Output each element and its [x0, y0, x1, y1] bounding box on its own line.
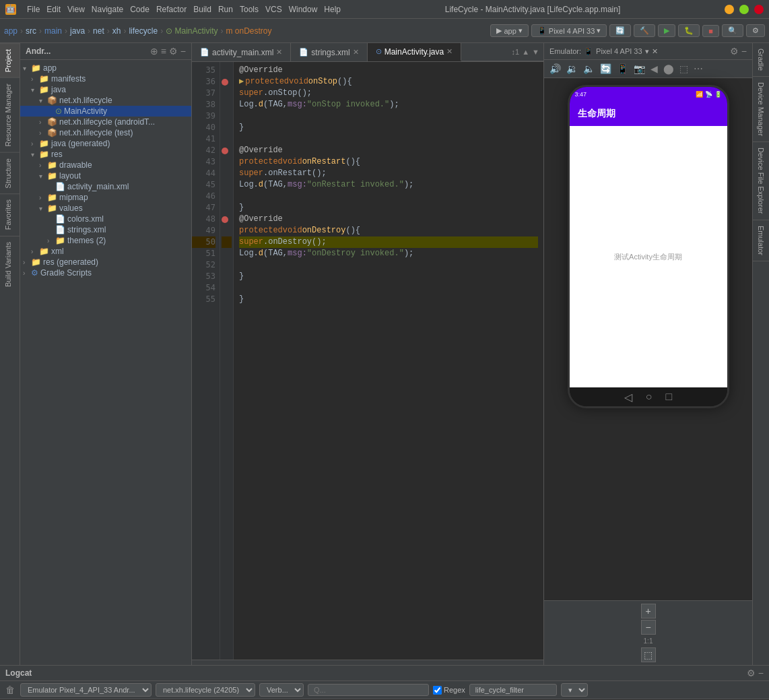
emulator-settings-btn[interactable]: ⚙ [730, 46, 739, 57]
logcat-minimize-btn[interactable]: − [758, 668, 764, 678]
device-dropdown-arrow[interactable]: ▾ [645, 47, 649, 56]
menu-refactor[interactable]: Refactor [156, 5, 187, 14]
project-settings-button[interactable]: ⚙ [169, 46, 178, 57]
tab-activity-xml[interactable]: 📄 activity_main.xml ✕ [192, 43, 291, 61]
tree-item-values[interactable]: ▾ 📁 values [20, 203, 191, 214]
emu-vol-down-btn[interactable]: 🔉 [565, 62, 579, 75]
breadcrumb-mainactivity[interactable]: ⊙ MainActivity [166, 26, 218, 36]
tree-item-package[interactable]: ▾ 📦 net.xh.lifecycle [20, 95, 191, 106]
tab-mainactivity-java[interactable]: ⊙ MainActivity.java ✕ [368, 43, 461, 61]
sync-project-button[interactable]: ⊕ [150, 46, 158, 57]
project-minimize-button[interactable]: − [180, 46, 186, 57]
tree-item-res-gen[interactable]: › 📁 res (generated) [20, 257, 191, 267]
debug-button[interactable]: 🐛 [678, 24, 700, 37]
settings-button[interactable]: ⚙ [746, 24, 765, 37]
tree-item-mipmap[interactable]: › 📁 mipmap [20, 192, 191, 203]
code-editor[interactable]: @Override ▶ protected void onStop(){ sup… [234, 62, 543, 660]
emu-fold-btn[interactable]: 📱 [615, 62, 630, 75]
logcat-search-input[interactable] [308, 684, 429, 696]
sidebar-tab-favorites[interactable]: Favorites [0, 193, 20, 235]
maximize-button[interactable] [739, 5, 749, 14]
emu-more-btn[interactable]: ⋯ [692, 62, 704, 75]
device-settings-btn[interactable]: ✕ [652, 47, 658, 56]
emu-back-btn[interactable]: ◀ [649, 62, 659, 75]
run-button[interactable]: ▶ [658, 24, 675, 37]
close-button[interactable] [754, 5, 764, 14]
menu-navigate[interactable]: Navigate [92, 5, 123, 14]
build-button[interactable]: 🔨 [634, 24, 655, 37]
zoom-out-btn[interactable]: − [641, 620, 656, 635]
emu-screenshot-btn[interactable]: 📷 [632, 62, 646, 75]
sidebar-tab-emulator[interactable]: Emulator [753, 220, 769, 261]
tree-item-res[interactable]: ▾ 📁 res [20, 149, 191, 160]
home-nav-btn[interactable]: ○ [646, 391, 653, 403]
tab-close-strings-xml[interactable]: ✕ [353, 48, 359, 57]
sidebar-tab-project[interactable]: Project [0, 43, 20, 77]
regex-checkbox[interactable] [433, 686, 442, 695]
logcat-settings-btn[interactable]: ⚙ [747, 668, 756, 678]
tree-item-manifests[interactable]: › 📁 manifests [20, 73, 191, 84]
emulator-minimize-btn[interactable]: − [741, 46, 747, 57]
tab-close-activity-xml[interactable]: ✕ [276, 48, 282, 57]
menu-build[interactable]: Build [193, 5, 211, 14]
logcat-filter-input[interactable] [469, 684, 557, 696]
zoom-in-btn[interactable]: + [641, 604, 656, 618]
emu-rotate-btn[interactable]: 🔄 [599, 62, 613, 75]
menu-code[interactable]: Code [130, 5, 149, 14]
menu-window[interactable]: Window [289, 5, 318, 14]
tree-item-java-gen[interactable]: › 📁 java (generated) [20, 138, 191, 149]
breadcrumb-lifecycle[interactable]: lifecycle [129, 26, 158, 36]
menu-file[interactable]: File [27, 5, 40, 14]
breadcrumb-src[interactable]: src [26, 26, 36, 36]
search-button[interactable]: 🔍 [722, 24, 743, 37]
horizontal-scrollbar[interactable] [192, 660, 543, 665]
logcat-level-select[interactable]: Verb... [259, 683, 304, 697]
menu-tools[interactable]: Tools [240, 5, 259, 14]
tree-item-xml[interactable]: › 📁 xml [20, 246, 191, 257]
logcat-device-select[interactable]: Emulator Pixel_4_API_33 Andr... [20, 683, 152, 697]
breadcrumb-java[interactable]: java [70, 26, 85, 36]
breadcrumb-net[interactable]: net [93, 26, 104, 36]
tree-item-gradle[interactable]: › ⚙ Gradle Scripts [20, 267, 191, 278]
breadcrumb-method[interactable]: m onDestroy [226, 26, 271, 36]
scroll-up-btn[interactable]: ▲ [522, 48, 529, 56]
scroll-down-btn[interactable]: ▼ [532, 48, 539, 56]
breakpoint-48[interactable] [222, 216, 228, 223]
breadcrumb-app[interactable]: app [4, 26, 18, 36]
sidebar-tab-gradle[interactable]: Gradle [753, 43, 769, 77]
fit-btn[interactable]: ⬚ [641, 647, 656, 662]
tree-item-colors[interactable]: 📄 colors.xml [20, 214, 191, 224]
tab-close-mainactivity[interactable]: ✕ [446, 47, 453, 56]
menu-bar[interactable]: File Edit View Navigate Code Refactor Bu… [27, 5, 341, 14]
window-controls[interactable] [725, 5, 764, 14]
tab-strings-xml[interactable]: 📄 strings.xml ✕ [291, 43, 367, 61]
minimize-button[interactable] [725, 5, 734, 14]
tree-item-mainactivity[interactable]: ⊙ MainActivity [20, 106, 191, 117]
sidebar-tab-resource[interactable]: Resource Manager [0, 77, 20, 152]
tree-item-app[interactable]: ▾ 📁 app [20, 63, 191, 73]
sync-button[interactable]: 🔄 [609, 24, 631, 37]
emu-vol-up-btn[interactable]: 🔈 [582, 62, 596, 75]
emu-overview-btn[interactable]: ⬚ [678, 62, 690, 75]
emu-power-btn[interactable]: 🔊 [548, 62, 562, 75]
tree-item-layout[interactable]: ▾ 📁 layout [20, 170, 191, 181]
logcat-package-select[interactable]: net.xh.lifecycle (24205) [156, 683, 255, 697]
tree-item-themes[interactable]: › 📁 themes (2) [20, 235, 191, 246]
menu-help[interactable]: Help [324, 5, 341, 14]
logcat-filter-dropdown[interactable]: ▾ [561, 683, 588, 697]
breakpoint-42[interactable] [222, 148, 228, 154]
device-button[interactable]: 📱 Pixel 4 API 33 ▾ [531, 24, 607, 37]
stop-button[interactable]: ■ [702, 25, 719, 37]
tree-item-activity-xml[interactable]: 📄 activity_main.xml [20, 181, 191, 192]
sidebar-tab-structure[interactable]: Structure [0, 152, 20, 194]
tree-item-strings[interactable]: 📄 strings.xml [20, 224, 191, 235]
menu-edit[interactable]: Edit [46, 5, 61, 14]
overview-nav-btn[interactable]: □ [666, 391, 673, 403]
logcat-clear-btn[interactable]: 🗑 [4, 683, 16, 697]
run-config-button[interactable]: ▶ app ▾ [490, 24, 528, 37]
breadcrumb-main[interactable]: main [44, 26, 62, 36]
sidebar-tab-build-variants[interactable]: Build Variants [0, 236, 20, 292]
menu-run[interactable]: Run [218, 5, 233, 14]
collapse-all-button[interactable]: ≡ [161, 46, 166, 57]
breakpoint-36[interactable] [222, 79, 228, 86]
